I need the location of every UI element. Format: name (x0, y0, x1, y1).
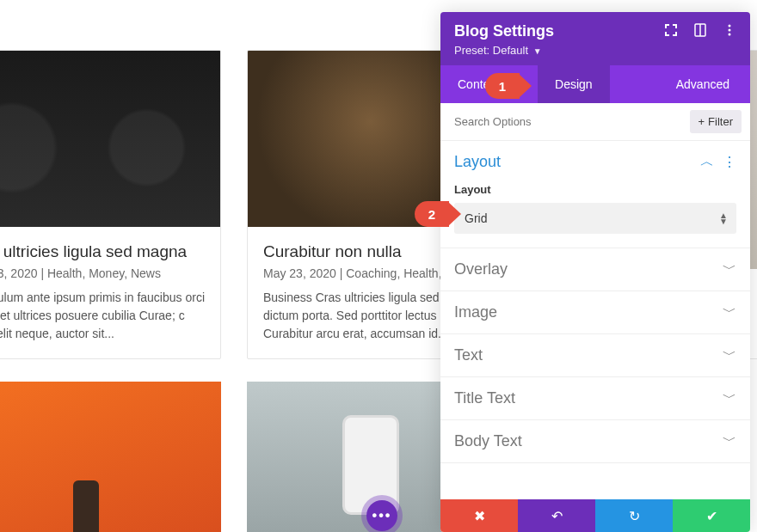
blog-card-image[interactable] (0, 382, 221, 532)
chevron-up-icon: ︿ (700, 153, 714, 171)
section-overlay: Overlay ﹀ (440, 248, 750, 291)
close-icon: ✖ (474, 508, 485, 524)
filter-button[interactable]: + Filter (690, 110, 742, 133)
chevron-down-icon: ﹀ (723, 260, 736, 278)
chevron-down-icon: ﹀ (723, 346, 736, 364)
section-header[interactable]: Body Text ﹀ (440, 420, 750, 462)
blog-card-excerpt: pulum ante ipsum primis in faucibus orci… (0, 289, 205, 343)
panel-header: Blog Settings Preset: Default ▼ (440, 12, 750, 65)
plus-icon: + (699, 115, 705, 128)
blog-card[interactable]: s ultricies ligula sed magna 23, 2020 | … (0, 50, 221, 359)
blog-card-image (0, 51, 220, 227)
search-input[interactable] (454, 115, 690, 128)
svg-point-4 (729, 33, 731, 35)
chevron-down-icon: ﹀ (723, 303, 736, 321)
blog-card-title[interactable]: s ultricies ligula sed magna (0, 242, 205, 261)
tab-design[interactable]: Design (538, 65, 610, 103)
annotation-marker-1: 1 (485, 73, 520, 99)
panel-body: Layout ︿ ⋮ Layout Grid ▲▼ (440, 141, 750, 499)
section-header[interactable]: Image ﹀ (440, 291, 750, 333)
undo-button[interactable]: ↶ (518, 499, 595, 532)
cancel-button[interactable]: ✖ (440, 499, 518, 532)
section-header[interactable]: Title Text ﹀ (440, 377, 750, 419)
undo-icon: ↶ (551, 508, 563, 524)
annotation-marker-2: 2 (415, 201, 449, 227)
ellipsis-icon: ••• (372, 508, 392, 523)
search-row: + Filter (440, 103, 750, 141)
section-header[interactable]: Layout ︿ ⋮ (440, 141, 750, 183)
save-button[interactable]: ✔ (673, 499, 750, 532)
section-image: Image ﹀ (440, 291, 750, 334)
svg-point-3 (729, 28, 731, 31)
tab-advanced[interactable]: Advanced (655, 65, 750, 103)
kebab-icon[interactable] (723, 23, 736, 40)
chevron-down-icon: ﹀ (723, 389, 736, 407)
blog-card-meta[interactable]: 23, 2020 | Health, Money, News (0, 266, 205, 280)
redo-button[interactable]: ↻ (595, 499, 673, 532)
section-layout: Layout ︿ ⋮ Layout Grid ▲▼ (440, 141, 750, 248)
expand-icon[interactable] (664, 23, 678, 40)
preset-selector[interactable]: Preset: Default ▼ (454, 44, 736, 57)
section-body-text: Body Text ﹀ (440, 420, 750, 463)
check-icon: ✔ (706, 508, 717, 524)
section-header[interactable]: Overlay ﹀ (440, 248, 750, 290)
chevron-down-icon: ﹀ (723, 432, 736, 450)
section-text: Text ﹀ (440, 334, 750, 377)
section-title-text: Title Text ﹀ (440, 377, 750, 420)
field-label-layout: Layout (454, 183, 736, 196)
panel-title: Blog Settings (454, 22, 554, 40)
panel-footer: ✖ ↶ ↻ ✔ (440, 499, 750, 532)
blog-cards-row-2 (0, 382, 494, 532)
caret-down-icon: ▼ (533, 46, 542, 56)
svg-point-2 (729, 24, 731, 27)
layout-select[interactable]: Grid (454, 203, 736, 234)
responsive-icon[interactable] (693, 23, 707, 40)
section-header[interactable]: Text ﹀ (440, 334, 750, 376)
module-options-fab[interactable]: ••• (366, 500, 397, 531)
redo-icon: ↻ (629, 508, 640, 524)
